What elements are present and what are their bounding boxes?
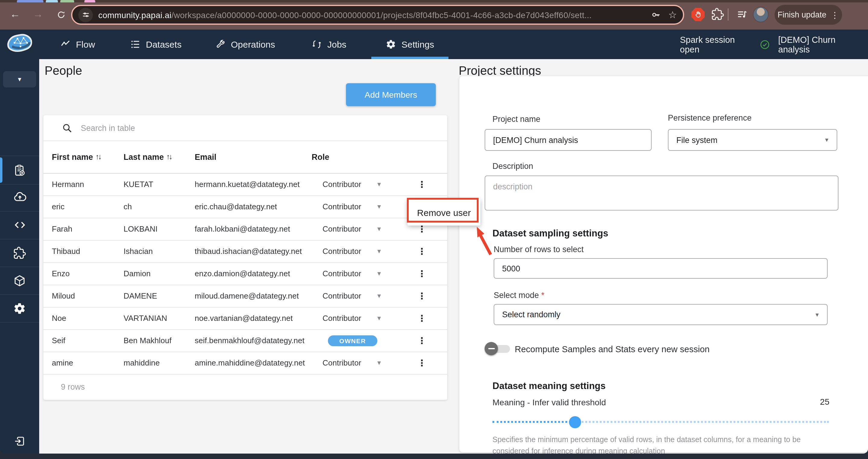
extensions-puzzle-icon[interactable] (711, 8, 724, 23)
caret-down-icon: ▼ (376, 307, 382, 329)
caret-down-icon: ▼ (376, 195, 382, 218)
sidebar-item-settings[interactable] (0, 294, 39, 323)
tab-settings-label: Settings (401, 39, 434, 50)
role-select[interactable]: Contributor▼ (322, 352, 389, 374)
chevron-down-icon: ▾ (18, 76, 21, 83)
row-menu-button[interactable]: ⋮ (416, 307, 428, 329)
row-menu-button[interactable]: ⋮ (416, 329, 428, 352)
datasets-icon (130, 39, 141, 50)
tab-settings[interactable]: Settings (386, 30, 434, 59)
sidebar-item-plugins[interactable] (0, 239, 39, 267)
tab-jobs[interactable]: Jobs (312, 30, 346, 59)
remove-user-menu-item[interactable]: Remove user (407, 199, 480, 226)
browser-window: ← → community.papai.ai/workspace/a000000… (0, 0, 868, 454)
tab-operations[interactable]: Operations (215, 30, 275, 59)
role-select[interactable]: Contributor▼ (322, 218, 389, 240)
app-top-nav: Flow Datasets Operations Jobs Settings S… (0, 30, 868, 59)
browser-tab[interactable] (84, 0, 95, 2)
required-asterisk: * (541, 291, 545, 300)
puzzle-icon (13, 247, 26, 259)
browser-tab[interactable] (17, 0, 43, 2)
check-circle-icon (761, 39, 770, 49)
meaning-settings-heading: Dataset meaning settings (493, 381, 606, 392)
persistence-label: Persistence preference (668, 113, 752, 122)
row-menu-button[interactable]: ⋮ (416, 352, 428, 374)
table-search[interactable]: Search in table (43, 115, 447, 141)
recompute-toggle[interactable] (485, 341, 513, 356)
cloud-upload-icon (13, 191, 26, 204)
sidebar-item-code[interactable] (0, 211, 39, 239)
settings-icon (386, 39, 396, 50)
cell-first-name: Thibaud (52, 240, 121, 262)
tab-flow[interactable]: Flow (60, 30, 95, 59)
role-select[interactable]: Contributor▼ (322, 195, 389, 218)
reload-icon (56, 10, 65, 19)
select-mode-select[interactable]: Select randomly▼ (494, 304, 828, 325)
cell-email: farah.lokbani@datategy.net (195, 218, 318, 240)
sampling-settings-heading: Dataset sampling settings (493, 228, 608, 239)
cell-last-name: ch (124, 195, 192, 218)
gear-icon (13, 302, 26, 315)
cell-last-name: Damion (124, 262, 192, 285)
persistence-select[interactable]: File system▼ (668, 129, 837, 151)
role-select[interactable]: Contributor▼ (322, 262, 389, 285)
browser-profile-avatar[interactable] (753, 7, 769, 22)
sort-icon[interactable]: ↑↓ (166, 152, 172, 161)
cell-first-name: Farah (52, 218, 121, 240)
adblock-extension-icon[interactable] (691, 8, 705, 21)
row-menu-button[interactable]: ⋮ (416, 240, 428, 262)
members-table: Search in table First name↑↓ Last name↑↓… (43, 115, 447, 400)
role-select[interactable]: Contributor▼ (322, 285, 389, 307)
rows-to-select-label: Number of rows to select (494, 245, 584, 254)
reload-button[interactable] (53, 7, 69, 22)
sidebar-item-project-active[interactable] (0, 155, 39, 184)
sidebar-item-models[interactable] (0, 266, 39, 295)
row-menu-button[interactable]: ⋮ (416, 262, 428, 285)
browser-tab-strip (0, 0, 868, 2)
app-logo[interactable] (6, 33, 34, 57)
slider-track[interactable] (575, 421, 829, 423)
table-row: eric ch eric.chau@datategy.net Contribut… (43, 195, 447, 218)
browser-menu-icon[interactable]: ⋮ (831, 10, 839, 20)
rows-to-select-input[interactable]: 5000 (494, 258, 828, 279)
row-menu-button[interactable]: ⋮ (416, 173, 428, 195)
spark-status-label: Spark session open (680, 35, 755, 54)
sidebar-item-cloud-upload[interactable] (0, 183, 39, 212)
table-footer-rowcount: 9 rows (43, 374, 447, 400)
role-select[interactable]: Contributor▼ (322, 173, 389, 195)
add-members-button[interactable]: Add Members (346, 83, 436, 106)
sidebar-collapse-dropdown[interactable]: ▾ (3, 71, 36, 87)
sort-icon[interactable]: ↑↓ (96, 152, 101, 161)
site-settings-icon[interactable] (79, 7, 93, 22)
role-select[interactable]: Contributor▼ (322, 307, 389, 329)
url-text: community.papai.ai/workspace/a0000000-00… (98, 10, 592, 20)
cell-last-name: VARTANIAN (124, 307, 192, 329)
forward-button[interactable]: → (30, 7, 46, 22)
description-textarea[interactable]: description (485, 175, 838, 210)
passkey-icon[interactable] (651, 10, 661, 20)
column-first-name[interactable]: First name↑↓ (52, 141, 101, 173)
finish-update-button[interactable]: Finish update ⋮ (775, 5, 842, 25)
media-playlist-icon[interactable] (737, 9, 748, 23)
url-bar[interactable]: community.papai.ai/workspace/a0000000-00… (71, 5, 684, 25)
row-menu-button[interactable]: ⋮ (416, 285, 428, 307)
back-button[interactable]: ← (7, 7, 23, 22)
project-name-label: [DEMO] Churn analysis (778, 35, 868, 54)
slider-track-filled[interactable] (493, 421, 575, 423)
column-last-name[interactable]: Last name↑↓ (124, 141, 172, 173)
browser-tab[interactable] (46, 0, 58, 2)
browser-tab[interactable] (60, 0, 74, 2)
project-name-input[interactable]: [DEMO] Churn analysis (485, 129, 652, 151)
caret-down-icon: ▼ (814, 312, 820, 318)
back-icon: ← (10, 8, 20, 21)
search-placeholder: Search in table (81, 123, 135, 133)
tab-datasets[interactable]: Datasets (130, 30, 181, 59)
table-row: amine mahiddine amine.mahiddine@datategy… (43, 352, 447, 375)
bookmark-star-icon[interactable]: ☆ (668, 9, 677, 21)
caret-down-icon: ▼ (376, 285, 382, 307)
operations-icon (215, 39, 225, 50)
slider-thumb[interactable] (569, 416, 581, 428)
role-select[interactable]: Contributor▼ (322, 240, 389, 262)
caret-down-icon: ▼ (376, 352, 382, 374)
sidebar-exit-button[interactable] (0, 433, 39, 449)
